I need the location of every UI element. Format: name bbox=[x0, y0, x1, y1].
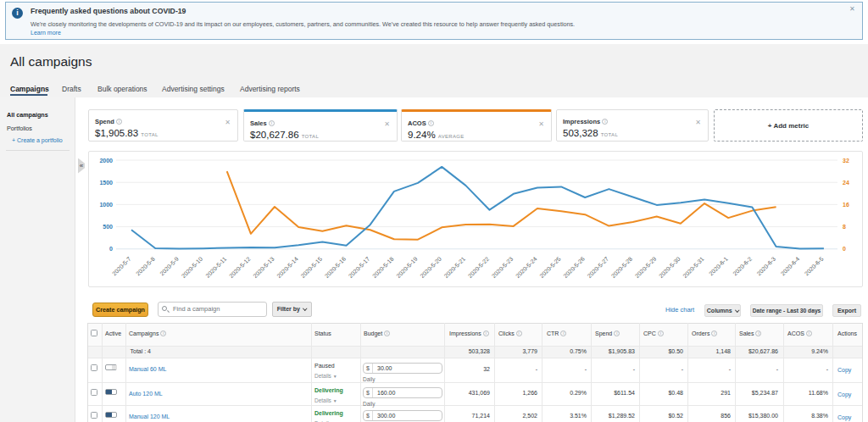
svg-text:2020-5-12: 2020-5-12 bbox=[228, 255, 252, 279]
svg-text:0: 0 bbox=[843, 246, 846, 252]
svg-text:2020-5-14: 2020-5-14 bbox=[275, 255, 299, 279]
svg-text:2020-6-1: 2020-6-1 bbox=[708, 255, 729, 276]
svg-text:2020-5-26: 2020-5-26 bbox=[562, 255, 586, 279]
svg-text:2020-5-30: 2020-5-30 bbox=[658, 255, 682, 279]
svg-text:500: 500 bbox=[103, 224, 113, 230]
svg-text:2020-5-16: 2020-5-16 bbox=[324, 255, 348, 279]
svg-text:2020-5-11: 2020-5-11 bbox=[204, 255, 227, 278]
svg-text:1500: 1500 bbox=[99, 179, 113, 185]
svg-text:16: 16 bbox=[843, 201, 849, 207]
svg-text:8: 8 bbox=[843, 224, 846, 230]
svg-text:24: 24 bbox=[843, 179, 849, 185]
svg-text:0: 0 bbox=[109, 246, 113, 252]
svg-text:2020-5-9: 2020-5-9 bbox=[159, 255, 180, 276]
svg-text:2020-6-4: 2020-6-4 bbox=[780, 255, 801, 276]
svg-text:2020-5-7: 2020-5-7 bbox=[111, 255, 132, 276]
svg-text:2020-5-22: 2020-5-22 bbox=[467, 255, 491, 279]
svg-text:2020-6-2: 2020-6-2 bbox=[732, 255, 753, 276]
svg-text:2020-5-29: 2020-5-29 bbox=[634, 255, 658, 279]
svg-text:2020-5-8: 2020-5-8 bbox=[135, 255, 156, 276]
svg-text:2020-6-3: 2020-6-3 bbox=[756, 255, 777, 276]
svg-text:2020-5-18: 2020-5-18 bbox=[371, 255, 395, 279]
svg-text:2020-5-27: 2020-5-27 bbox=[587, 255, 610, 279]
svg-text:2020-5-19: 2020-5-19 bbox=[395, 255, 419, 279]
svg-text:2020-5-15: 2020-5-15 bbox=[300, 255, 324, 279]
svg-text:2020-5-24: 2020-5-24 bbox=[515, 255, 538, 279]
svg-text:2020-5-20: 2020-5-20 bbox=[419, 255, 442, 279]
svg-text:2020-6-5: 2020-6-5 bbox=[804, 255, 825, 276]
svg-text:2020-5-28: 2020-5-28 bbox=[610, 255, 634, 279]
svg-text:32: 32 bbox=[843, 157, 849, 163]
svg-text:2020-5-31: 2020-5-31 bbox=[682, 255, 705, 279]
svg-text:1000: 1000 bbox=[99, 201, 113, 207]
svg-text:2020-5-23: 2020-5-23 bbox=[491, 255, 515, 279]
svg-text:2020-5-17: 2020-5-17 bbox=[348, 255, 371, 279]
svg-text:2020-5-13: 2020-5-13 bbox=[252, 255, 275, 279]
svg-text:2000: 2000 bbox=[99, 157, 113, 163]
svg-text:2020-5-21: 2020-5-21 bbox=[443, 255, 467, 279]
svg-text:2020-5-10: 2020-5-10 bbox=[181, 255, 204, 279]
svg-text:2020-5-25: 2020-5-25 bbox=[538, 255, 562, 279]
